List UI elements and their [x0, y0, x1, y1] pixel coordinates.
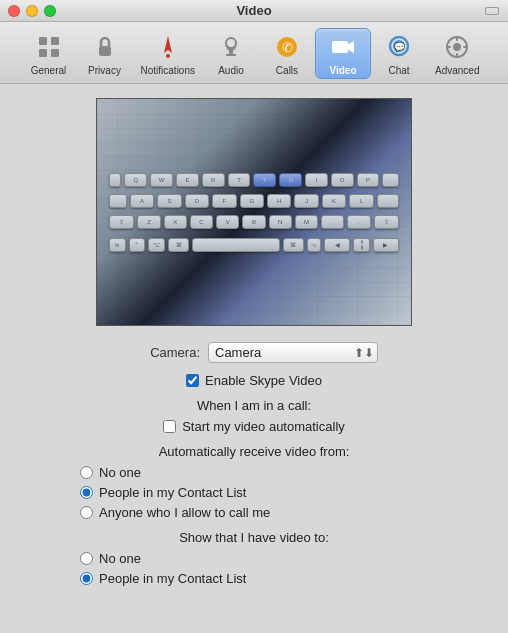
show-contacts-radio[interactable] — [80, 572, 93, 585]
resize-handle[interactable] — [484, 6, 500, 16]
svg-point-7 — [226, 38, 236, 48]
general-label: General — [31, 65, 67, 76]
auto-no-one-row: No one — [80, 465, 488, 480]
show-contacts-label: People in my Contact List — [99, 571, 246, 586]
auto-contacts-label: People in my Contact List — [99, 485, 246, 500]
minimize-button[interactable] — [26, 5, 38, 17]
video-icon — [327, 31, 359, 63]
svg-marker-13 — [348, 41, 354, 53]
calls-icon: ✆ — [271, 31, 303, 63]
when-in-call-label: When I am in a call: — [20, 398, 488, 413]
svg-point-18 — [453, 43, 461, 51]
auto-receive-group: No one People in my Contact List Anyone … — [20, 465, 488, 520]
auto-receive-label: Automatically receive video from: — [20, 444, 488, 459]
svg-text:✆: ✆ — [281, 40, 292, 55]
toolbar-item-privacy[interactable]: Privacy — [77, 29, 133, 78]
auto-anyone-label: Anyone who I allow to call me — [99, 505, 270, 520]
svg-rect-19 — [456, 36, 458, 41]
toolbar-item-chat[interactable]: 💬 Chat — [371, 29, 427, 78]
enable-video-row: Enable Skype Video — [20, 373, 488, 388]
start-video-row: Start my video automatically — [20, 419, 488, 434]
enable-video-label: Enable Skype Video — [205, 373, 322, 388]
close-button[interactable] — [8, 5, 20, 17]
svg-rect-12 — [332, 41, 348, 53]
auto-anyone-row: Anyone who I allow to call me — [80, 505, 488, 520]
camera-preview: Q W E R T Y U I O P A S D F G H J — [96, 98, 412, 326]
calls-label: Calls — [276, 65, 298, 76]
general-icon — [33, 31, 65, 63]
svg-marker-5 — [164, 36, 172, 53]
auto-contacts-radio[interactable] — [80, 486, 93, 499]
content-area: Q W E R T Y U I O P A S D F G H J — [0, 84, 508, 610]
svg-rect-1 — [51, 37, 59, 45]
svg-rect-4 — [99, 46, 111, 56]
auto-no-one-label: No one — [99, 465, 141, 480]
advanced-icon — [441, 31, 473, 63]
camera-select[interactable]: Camera — [208, 342, 378, 363]
show-video-group: No one People in my Contact List — [20, 551, 488, 586]
enable-video-checkbox[interactable] — [186, 374, 199, 387]
camera-select-wrapper[interactable]: Camera ⬆⬇ — [208, 342, 378, 363]
show-no-one-row: No one — [80, 551, 488, 566]
titlebar: Video — [0, 0, 508, 22]
svg-text:💬: 💬 — [393, 41, 405, 53]
svg-rect-20 — [456, 53, 458, 58]
show-no-one-label: No one — [99, 551, 141, 566]
chat-icon: 💬 — [383, 31, 415, 63]
toolbar: General Privacy Notifications — [0, 22, 508, 84]
window-title: Video — [236, 3, 271, 18]
svg-rect-2 — [39, 49, 47, 57]
window-controls[interactable] — [8, 5, 56, 17]
chat-label: Chat — [388, 65, 409, 76]
start-video-label: Start my video automatically — [182, 419, 345, 434]
audio-label: Audio — [218, 65, 244, 76]
video-label: Video — [329, 65, 356, 76]
auto-no-one-radio[interactable] — [80, 466, 93, 479]
show-no-one-radio[interactable] — [80, 552, 93, 565]
show-video-label: Show that I have video to: — [20, 530, 488, 545]
privacy-icon — [89, 31, 121, 63]
toolbar-item-calls[interactable]: ✆ Calls — [259, 29, 315, 78]
resize-icon — [485, 7, 499, 15]
notifications-label: Notifications — [141, 65, 195, 76]
svg-point-6 — [166, 54, 170, 58]
toolbar-item-audio[interactable]: Audio — [203, 29, 259, 78]
show-contacts-row: People in my Contact List — [80, 571, 488, 586]
privacy-label: Privacy — [88, 65, 121, 76]
toolbar-item-general[interactable]: General — [21, 29, 77, 78]
svg-rect-21 — [446, 46, 451, 48]
camera-feed: Q W E R T Y U I O P A S D F G H J — [97, 99, 411, 325]
auto-anyone-radio[interactable] — [80, 506, 93, 519]
toolbar-item-advanced[interactable]: Advanced — [427, 29, 487, 78]
svg-rect-0 — [39, 37, 47, 45]
advanced-label: Advanced — [435, 65, 479, 76]
toolbar-item-video[interactable]: Video — [315, 28, 371, 79]
svg-rect-22 — [463, 46, 468, 48]
audio-icon — [215, 31, 247, 63]
notifications-icon — [152, 31, 184, 63]
svg-rect-3 — [51, 49, 59, 57]
toolbar-item-notifications[interactable]: Notifications — [133, 29, 203, 78]
maximize-button[interactable] — [44, 5, 56, 17]
camera-row: Camera: Camera ⬆⬇ — [20, 342, 488, 363]
auto-contacts-row: People in my Contact List — [80, 485, 488, 500]
camera-label: Camera: — [130, 345, 200, 360]
start-video-checkbox[interactable] — [163, 420, 176, 433]
